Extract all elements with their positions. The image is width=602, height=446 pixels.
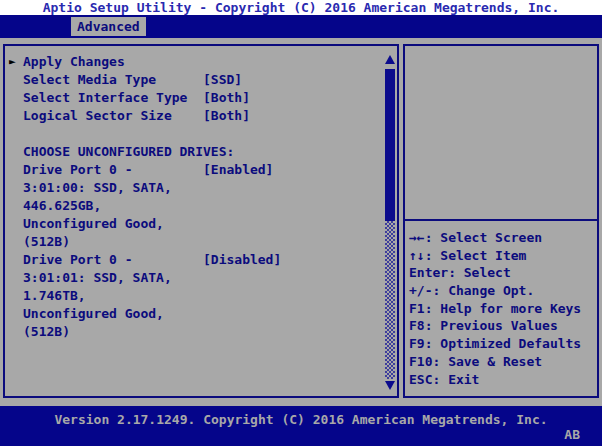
options-panel: ► Apply Changes Select Media Type [SSD] … [3,44,399,398]
scrollbar[interactable] [385,53,396,393]
menu-item-label: Select Media Type [23,72,156,87]
drive-detail-line: Unconfigured Good, [5,215,397,233]
spacer-row [5,125,397,143]
drive-detail-line: 3:01:00: SSD, SATA, [5,179,397,197]
drive-detail-line: (512B) [5,323,397,341]
selection-pointer-icon: ► [9,53,16,71]
menu-item-select-media-type[interactable]: Select Media Type [SSD] [5,71,397,89]
drive-detail-text: 1.746TB, [23,288,86,303]
menu-item-value: [Both] [203,107,250,125]
help-panel: →←: Select Screen ↑↓: Select Item Enter:… [403,44,599,398]
drive-detail-line: 446.625GB, [5,197,397,215]
help-key-select-item: ↑↓: Select Item [409,247,597,265]
section-header-unconfigured-drives: CHOOSE UNCONFIGURED DRIVES: [5,143,397,161]
help-key-list: →←: Select Screen ↑↓: Select Item Enter:… [405,221,597,388]
drive-detail-text: (512B) [23,234,70,249]
bios-setup-screen: Aptio Setup Utility - Copyright (C) 2016… [0,0,602,446]
drive-detail-text: 446.625GB, [23,198,101,213]
scroll-up-icon[interactable] [385,55,395,64]
menu-item-select-interface-type[interactable]: Select Interface Type [Both] [5,89,397,107]
drive-detail-text: (512B) [23,324,70,339]
app-title: Aptio Setup Utility - Copyright (C) 2016… [0,0,602,15]
menu-item-value: [Both] [203,89,250,107]
corner-code: AB [564,428,580,442]
help-key-change-opt: +/-: Change Opt. [409,282,597,300]
menu-item-value: [SSD] [203,71,242,89]
help-key-enter: Enter: Select [409,264,597,282]
menu-item-label: Drive Port 0 - [23,162,133,177]
menu-item-drive-port-0-first[interactable]: Drive Port 0 - [Enabled] [5,161,397,179]
scroll-down-icon[interactable] [385,381,395,390]
menu-item-label: Select Interface Type [23,90,187,105]
help-key-f9: F9: Optimized Defaults [409,335,597,353]
help-key-f10: F10: Save & Reset [409,353,597,371]
section-header-label: CHOOSE UNCONFIGURED DRIVES: [23,144,234,159]
drive-detail-line: Unconfigured Good, [5,305,397,323]
drive-detail-text: Unconfigured Good, [23,216,164,231]
item-help-area [405,46,597,221]
help-key-esc: ESC: Exit [409,371,597,389]
drive-detail-line: 3:01:01: SSD, SATA, [5,269,397,287]
menu-item-value: [Disabled] [203,251,281,269]
menu-item-label: Drive Port 0 - [23,252,133,267]
scrollbar-thumb[interactable] [385,69,395,221]
drive-detail-line: (512B) [5,233,397,251]
help-key-f1: F1: Help for more Keys [409,300,597,318]
version-text: Version 2.17.1249. Copyright (C) 2016 Am… [0,406,602,427]
status-bar: Version 2.17.1249. Copyright (C) 2016 Am… [0,406,602,446]
help-key-f8: F8: Previous Values [409,317,597,335]
menu-item-logical-sector-size[interactable]: Logical Sector Size [Both] [5,107,397,125]
menu-item-label: Apply Changes [23,54,125,69]
drive-detail-text: Unconfigured Good, [23,306,164,321]
menu-item-value: [Enabled] [203,161,273,179]
scrollbar-track[interactable] [385,221,395,379]
menu-item-drive-port-0-second[interactable]: Drive Port 0 - [Disabled] [5,251,397,269]
drive-detail-text: 3:01:00: SSD, SATA, [23,180,172,195]
help-key-select-screen: →←: Select Screen [409,229,597,247]
drive-detail-line: 1.746TB, [5,287,397,305]
menu-item-label: Logical Sector Size [23,108,172,123]
menu-item-apply-changes[interactable]: ► Apply Changes [5,53,397,71]
tab-bar: Advanced [0,15,602,38]
drive-detail-text: 3:01:01: SSD, SATA, [23,270,172,285]
tab-advanced[interactable]: Advanced [71,17,146,36]
